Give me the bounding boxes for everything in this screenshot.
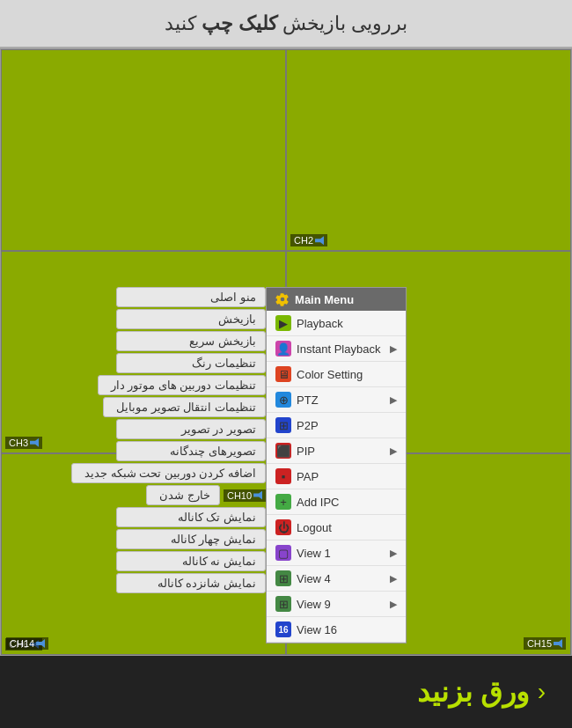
color-setting-icon: 🖥 [275,366,291,382]
persian-color-setting[interactable]: تنظیمات رنگ [116,353,266,373]
channel-label-ch3: CH3 [5,437,42,449]
menu-item-instant-playback[interactable]: 👤 Instant Playback ▶ [267,336,406,362]
ch15-label: CH15 [527,638,552,649]
channel-label-ch14-container: CH14 [6,637,48,650]
persian-main-menu[interactable]: منو اصلی [116,287,266,307]
top-header: بررویی بازیخش کلیک چپ کنید [0,0,572,48]
persian-pap[interactable]: تصویرهای چندگانه [116,441,266,461]
persian-view9[interactable]: نمایش نه کاناله [116,551,266,571]
persian-view16[interactable]: نمایش شانزده کاناله [116,573,266,593]
pip-icon: ⬛ [275,443,291,459]
menu-item-view4[interactable]: ⊞ View 4 ▶ [267,566,406,592]
persian-logout[interactable]: خارج شدن [146,485,220,505]
menu-item-ptz[interactable]: ⊕ PTZ ▶ [267,387,406,413]
menu-item-view1[interactable]: ▢ View 1 ▶ [267,540,406,566]
instant-playback-label: Instant Playback [297,342,380,356]
menu-item-add-ipc[interactable]: + Add IPC [267,489,406,515]
pip-label: PIP [297,445,315,458]
view4-label: View 4 [297,572,331,585]
persian-view1[interactable]: نمایش تک کاناله [116,507,266,527]
english-menu-title: Main Menu [295,293,354,306]
playback-label: Playback [297,317,343,330]
english-menu: Main Menu ▶ Playback 👤 Instant Playback … [266,287,407,643]
channel-label-ch14: CH14 [6,637,48,650]
pip-arrow: ▶ [390,445,397,457]
logout-icon: ⏻ [275,519,291,535]
menu-item-playback[interactable]: ▶ Playback [267,311,406,336]
color-setting-label: Color Setting [297,368,363,381]
pap-icon: ▪ [275,468,291,484]
audio-icon-ch3 [30,438,39,447]
ptz-label: PTZ [297,393,319,407]
menu-item-pip[interactable]: ⬛ PIP ▶ [267,438,406,464]
view16-icon: 16 [275,621,291,637]
view1-label: View 1 [297,547,331,560]
english-menu-header: Main Menu [267,288,406,311]
ptz-arrow: ▶ [390,394,397,406]
p2p-label: P2P [297,419,319,432]
persian-menu: منو اصلی بازیخش بازیخش سریع تنظیمات رنگ … [71,287,266,643]
view16-label: View 16 [297,623,337,636]
menu-item-view9[interactable]: ⊞ View 9 ▶ [267,592,406,617]
audio-icon-ch2 [315,236,324,245]
channel-label-ch15-container: CH15 [524,637,566,650]
ch3-label: CH3 [9,438,28,448]
video-cell-1[interactable] [1,49,286,251]
bottom-bar-text: ورق بزنید [417,675,529,709]
channel-label-ch15: CH15 [524,637,566,650]
audio-icon-ch10 [253,491,262,500]
menu-item-p2p[interactable]: ⊞ P2P [267,413,406,438]
menu-item-color-setting[interactable]: 🖥 Color Setting [267,362,406,387]
header-bold: کلیک چپ [202,12,277,34]
view4-arrow: ▶ [390,573,397,585]
audio-icon-ch14 [36,639,45,648]
persian-playback[interactable]: بازیخش [116,309,266,329]
menu-item-view16[interactable]: 16 View 16 [267,617,406,643]
bottom-bar: ورق بزنید › [0,656,572,728]
view1-icon: ▢ [275,545,291,561]
persian-view4[interactable]: نمایش چهار کاناله [116,529,266,549]
gear-icon [275,292,290,306]
bottom-bar-arrow[interactable]: › [538,678,546,706]
view9-icon: ⊞ [275,596,291,612]
persian-p2p[interactable]: تنظیمات انتقال تصویر موبایل [103,397,266,417]
logout-label: Logout [297,521,332,534]
persian-instant-playback[interactable]: بازیخش سریع [116,331,266,351]
add-ipc-icon: + [275,494,291,510]
channel-label-ch2: CH2 [290,234,327,246]
p2p-icon: ⊞ [275,417,291,433]
ch10-label: CH10 [227,490,252,501]
persian-add-ipc[interactable]: اضافه کردن دوربین تحت شبکه جدید [71,463,266,483]
video-grid: CH2 CH3 CH6 منو اصلی بازیخش بازیخش سریع … [0,48,572,656]
ch14-label: CH14 [10,638,34,649]
ch2-label: CH2 [294,235,313,246]
persian-ptz[interactable]: تنظیمات دوربین های موتور دار [98,375,266,395]
bottom-bar-label: ورق بزنید [417,676,529,708]
view1-arrow: ▶ [390,548,397,559]
video-cell-2[interactable]: CH2 [286,49,571,251]
view9-arrow: ▶ [390,599,397,610]
instant-playback-arrow: ▶ [390,343,397,355]
pap-label: PAP [297,470,319,483]
playback-icon: ▶ [275,315,291,331]
channel-label-ch10: CH10 [224,489,266,502]
menu-item-pap[interactable]: ▪ PAP [267,464,406,489]
view4-icon: ⊞ [275,570,291,586]
instant-playback-icon: 👤 [275,341,291,357]
add-ipc-label: Add IPC [297,496,339,509]
audio-icon-ch15 [554,639,562,648]
header-text: بررویی بازیخش کلیک چپ کنید [165,12,407,35]
ptz-icon: ⊕ [275,392,291,408]
menu-item-logout[interactable]: ⏻ Logout [267,515,406,540]
view9-label: View 9 [297,598,331,611]
persian-pip[interactable]: تصویر در تصویر [116,419,266,439]
context-menu: منو اصلی بازیخش بازیخش سریع تنظیمات رنگ … [71,287,407,643]
